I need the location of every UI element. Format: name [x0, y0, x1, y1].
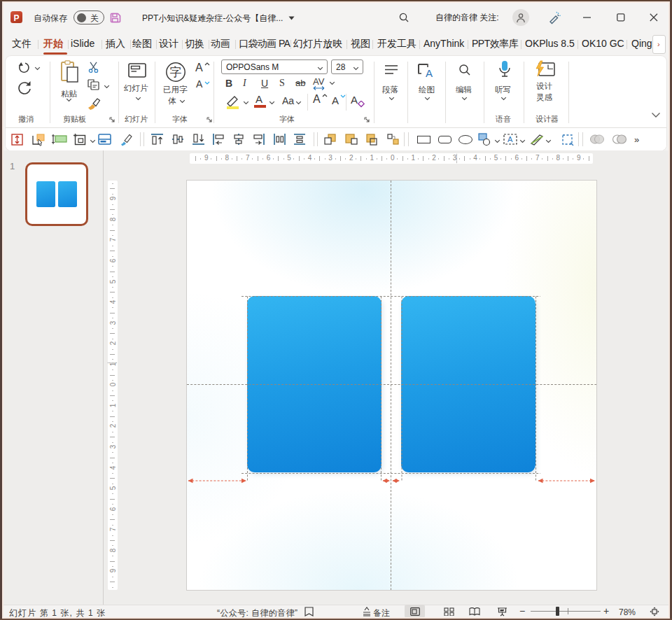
svg-text:字: 字 — [170, 66, 182, 79]
svg-text:A: A — [507, 135, 513, 143]
svg-text:A: A — [426, 67, 433, 79]
